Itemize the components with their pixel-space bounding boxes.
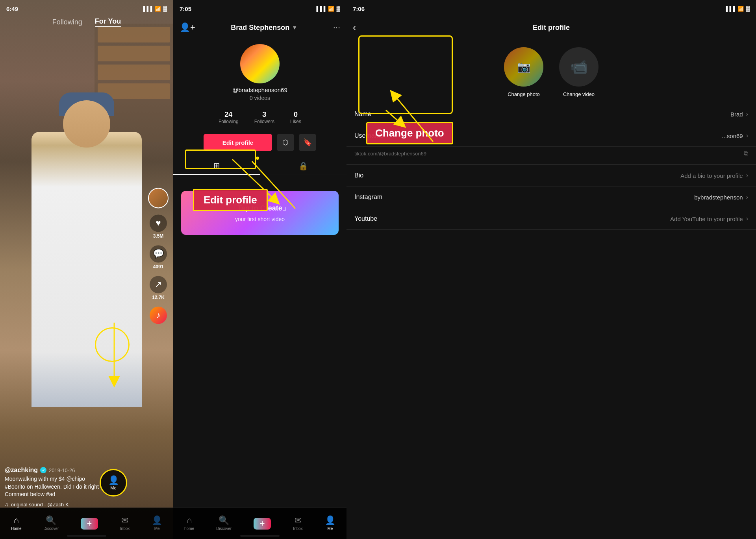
p2-inbox-label: Inbox <box>293 526 302 531</box>
bottom-navigation: ⌂ Home 🔍 Discover + ✉ Inbox 👤 Me <box>0 508 173 539</box>
discover-label: Discover <box>43 526 59 531</box>
p3-bio-label: Bio <box>354 172 402 179</box>
p2-edit-profile-button[interactable]: Edit profile <box>204 134 272 151</box>
p3-copy-icon[interactable]: ⧉ <box>744 150 748 157</box>
p2-nav-inbox[interactable]: ✉ Inbox <box>293 516 302 531</box>
p2-likes-label: Likes <box>290 119 301 124</box>
p2-tab-liked[interactable]: 🔒 <box>260 157 346 175</box>
p3-change-photo-label: Change photo <box>508 91 540 97</box>
p2-nav-me[interactable]: 👤 Me <box>325 516 335 531</box>
p3-instagram-label: Instagram <box>354 194 402 201</box>
p3-change-video-label: Change video <box>563 91 595 97</box>
p3-instagram-chevron: › <box>746 194 748 201</box>
p3-instagram-field[interactable]: Instagram bybradstephenson › <box>346 186 756 208</box>
p2-likes-stat[interactable]: 0 Likes <box>290 111 301 124</box>
p3-youtube-field[interactable]: Youtube Add YouTube to your profile › <box>346 208 756 230</box>
p3-battery-icon: ▓ <box>746 6 750 12</box>
p2-username: @bradstephenson69 <box>232 87 287 93</box>
p2-create-card[interactable]: 「Tap to Create」 your first short video <box>181 191 339 235</box>
nav-following[interactable]: Following <box>52 18 82 26</box>
me-button[interactable]: 👤 Me <box>100 469 127 497</box>
p3-change-photo-item[interactable]: 📷 Change photo <box>504 47 543 97</box>
p3-youtube-value: Add YouTube to your profile <box>402 216 746 222</box>
panel-feed: 6:49 ▐▐▐ 📶 ▓ Following For You ♥ 3.5M 💬 … <box>0 0 173 539</box>
nav-me[interactable]: 👤 Me <box>152 516 162 531</box>
p3-website-field[interactable]: tiktok.com/@bradstephenson69 ⧉ <box>346 147 756 164</box>
p3-name-label: Name <box>354 111 402 118</box>
me-person-icon: 👤 <box>108 475 119 485</box>
p2-dropdown-icon[interactable]: ▼ <box>292 24 297 31</box>
p3-camera-icon: 📷 <box>517 61 531 74</box>
p3-signal-icon: ▐▐▐ <box>724 6 735 12</box>
person-body <box>32 132 142 407</box>
me-nav-icon: 👤 <box>152 516 162 525</box>
p2-more-icon[interactable]: ··· <box>333 22 340 33</box>
status-icons: ▐▐▐ 📶 ▓ <box>141 6 167 12</box>
p2-signal-icon: ▐▐▐ <box>315 6 326 12</box>
p2-tabs: ⊞ 🔒 <box>173 157 346 175</box>
p2-followers-label: Followers <box>254 119 274 124</box>
p2-add-friend-icon[interactable]: 👤+ <box>180 22 195 33</box>
p2-home-label: home <box>184 526 194 531</box>
p3-profile-photo[interactable]: 📷 <box>504 47 543 87</box>
p2-nav-home[interactable]: ⌂ home <box>184 516 194 531</box>
share-button[interactable]: ↗ 12.7K <box>150 276 167 300</box>
p3-video-icon: 📹 <box>570 59 588 75</box>
creator-avatar[interactable] <box>148 188 169 208</box>
p3-username-chevron: › <box>746 132 748 139</box>
p3-bio-field[interactable]: Bio Add a bio to your profile › <box>346 165 756 186</box>
p3-username-label: Username <box>354 132 402 139</box>
p3-top-bar: ‹ Edit profile <box>346 17 756 38</box>
p2-status-icons: ▐▐▐ 📶 ▓ <box>315 6 340 12</box>
create-icon: + <box>81 518 98 530</box>
video-date: 2019-10-26 <box>49 467 75 473</box>
p2-nav-discover[interactable]: 🔍 Discover <box>216 516 232 531</box>
comment-button[interactable]: 💬 4091 <box>150 245 167 270</box>
nav-home[interactable]: ⌂ Home <box>11 516 22 531</box>
bookmark-icon: 🔖 <box>303 138 312 147</box>
p2-create-subtitle: your first short video <box>235 216 285 222</box>
p3-username-field[interactable]: Username ...son69 › <box>346 125 756 147</box>
p2-me-nav-icon: 👤 <box>325 516 335 525</box>
p2-battery-icon: ▓ <box>337 6 340 12</box>
p2-discover-label: Discover <box>216 526 232 531</box>
nav-foryou[interactable]: For You <box>95 17 121 27</box>
p3-change-video-item[interactable]: 📹 Change video <box>559 47 598 97</box>
p3-bio-chevron: › <box>746 172 748 179</box>
panel-edit-profile: 7:06 ▐▐▐ 📶 ▓ ‹ Edit profile 📷 Change pho… <box>346 0 756 539</box>
p2-videos-count: 0 videos <box>250 95 270 101</box>
p2-me-label: Me <box>327 526 333 531</box>
p3-page-title: Edit profile <box>369 24 734 32</box>
video-person <box>0 31 173 508</box>
p2-action-buttons: Edit profile ⬡ 🔖 <box>173 131 346 154</box>
p3-youtube-label: Youtube <box>354 215 402 222</box>
p3-status-time: 7:06 <box>353 6 365 12</box>
p2-following-stat[interactable]: 24 Following <box>219 111 239 124</box>
nav-discover[interactable]: 🔍 Discover <box>43 516 59 531</box>
nav-create[interactable]: + <box>81 518 98 530</box>
p2-stats: 24 Following 3 Followers 0 Likes <box>173 104 346 131</box>
p2-nav-create[interactable]: + <box>254 518 271 530</box>
battery-icon: ▓ <box>163 6 167 12</box>
home-label: Home <box>11 526 22 531</box>
signal-icon: ▐▐▐ <box>141 6 152 12</box>
p2-wifi-icon: 📶 <box>328 6 334 12</box>
p2-inbox-icon: ✉ <box>295 516 302 525</box>
p2-instagram-button[interactable]: ⬡ <box>277 134 294 151</box>
p3-status-bar: 7:06 ▐▐▐ 📶 ▓ <box>346 0 756 17</box>
p2-tab-videos[interactable]: ⊞ <box>173 157 260 175</box>
comment-icon: 💬 <box>150 245 167 262</box>
p3-instagram-value: bybradstephenson <box>402 194 746 201</box>
p3-fields: Name Brad › Username ...son69 › tiktok.c… <box>346 103 756 539</box>
nav-inbox[interactable]: ✉ Inbox <box>120 516 130 531</box>
p2-followers-stat[interactable]: 3 Followers <box>254 111 274 124</box>
like-button[interactable]: ♥ 3.5M <box>150 214 167 239</box>
p2-home-icon: ⌂ <box>187 516 192 525</box>
p3-bio-value: Add a bio to your profile <box>402 172 746 179</box>
verified-icon: ✓ <box>40 467 46 473</box>
p3-back-button[interactable]: ‹ <box>353 22 369 33</box>
p2-avatar[interactable] <box>240 44 280 83</box>
p3-profile-video[interactable]: 📹 <box>559 47 598 87</box>
p3-name-field[interactable]: Name Brad › <box>346 103 756 125</box>
p2-bookmark-button[interactable]: 🔖 <box>299 134 316 151</box>
